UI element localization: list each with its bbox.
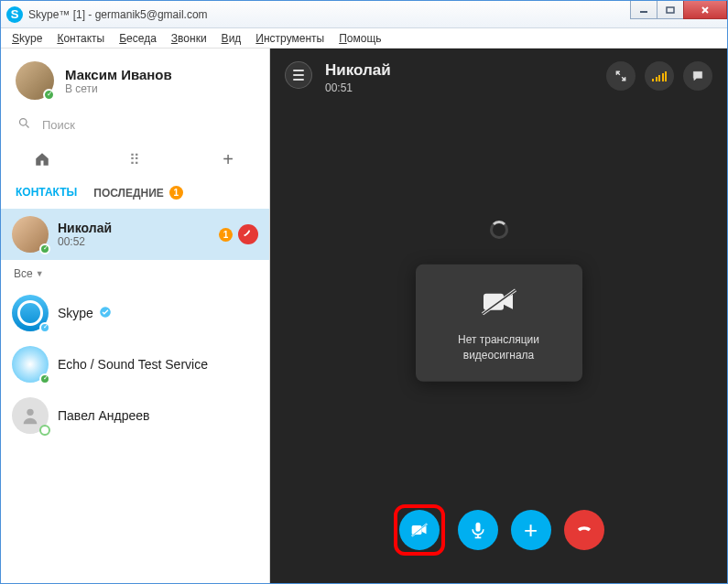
plus-icon: + <box>524 518 538 542</box>
menu-view[interactable]: Вид <box>216 30 247 47</box>
signal-strength-button[interactable] <box>645 61 674 91</box>
tab-recent-label: ПОСЛЕДНИЕ <box>93 187 164 200</box>
titlebar: S Skype™ [1] - germanik5@gmail.com <box>1 1 727 28</box>
signal-bars-icon <box>652 70 667 81</box>
window-title: Skype™ [1] - germanik5@gmail.com <box>28 8 208 21</box>
camera-toggle-highlight <box>394 504 445 556</box>
menu-calls[interactable]: Звонки <box>166 30 212 47</box>
camera-off-icon <box>425 288 573 319</box>
recent-badge: 1 <box>169 186 183 200</box>
hangup-mini-button[interactable] <box>238 224 258 244</box>
avatar <box>12 295 49 331</box>
call-peer-name: Николай <box>325 61 391 80</box>
avatar <box>12 346 49 383</box>
add-icon[interactable]: + <box>220 151 236 168</box>
searchbar[interactable] <box>1 109 269 146</box>
skype-logo-icon: S <box>6 6 23 23</box>
call-pane: Николай 00:51 <box>270 49 727 583</box>
menu-skype[interactable]: Skype <box>6 30 48 47</box>
svg-rect-14 <box>475 523 480 532</box>
presence-idle-icon <box>39 425 50 436</box>
tab-recent[interactable]: ПОСЛЕДНИЕ 1 <box>93 186 183 200</box>
contact-call-time: 00:52 <box>58 235 112 248</box>
camera-toggle-button[interactable] <box>399 510 440 550</box>
contact-name: Николай <box>58 221 112 235</box>
avatar <box>12 216 49 253</box>
minimize-button[interactable] <box>630 1 657 19</box>
end-call-button[interactable] <box>564 510 604 550</box>
filter-dropdown[interactable]: Все ▼ <box>1 260 269 287</box>
avatar <box>12 397 49 434</box>
no-video-panel: Нет трансляции видеосигнала <box>416 265 582 382</box>
search-input[interactable] <box>40 117 253 133</box>
presence-online-icon <box>43 89 55 101</box>
verified-badge-icon <box>99 306 112 321</box>
svg-line-5 <box>26 124 28 127</box>
menu-contacts[interactable]: Контакты <box>51 30 110 47</box>
filter-label: Все <box>14 267 33 280</box>
maximize-button[interactable] <box>657 1 684 19</box>
add-participant-button[interactable]: + <box>511 510 551 550</box>
loading-spinner-icon <box>490 221 508 239</box>
nav-icons: ⠿ + <box>1 146 269 178</box>
presence-online-icon <box>39 243 50 254</box>
contact-row[interactable]: Echo / Sound Test Service <box>1 339 269 390</box>
menu-help[interactable]: Помощь <box>333 30 386 47</box>
menubar: Skype Контакты Беседа Звонки Вид Инструм… <box>1 28 727 49</box>
call-controls: + <box>394 504 604 556</box>
no-video-text: Нет трансляции видеосигнала <box>425 332 573 363</box>
sidebar-tabs: КОНТАКТЫ ПОСЛЕДНИЕ 1 <box>1 178 269 209</box>
dialpad-icon[interactable]: ⠿ <box>127 151 144 168</box>
contact-name: Skype <box>58 306 93 320</box>
contact-row-active[interactable]: Николай 00:52 1 <box>1 209 269 260</box>
menu-tools[interactable]: Инструменты <box>250 30 330 47</box>
profile-name: Максим Иванов <box>65 67 172 82</box>
avatar <box>16 61 54 100</box>
svg-point-4 <box>20 119 27 126</box>
contact-name: Павел Андреев <box>58 408 150 423</box>
menu-conversation[interactable]: Беседа <box>114 30 162 47</box>
tab-contacts[interactable]: КОНТАКТЫ <box>16 186 77 200</box>
fullscreen-button[interactable] <box>606 61 636 91</box>
sidebar: Максим Иванов В сети ⠿ + КОНТАКТЫ ПОСЛЕД… <box>1 49 270 583</box>
contact-row[interactable]: Skype <box>1 287 269 339</box>
profile-status: В сети <box>65 82 172 95</box>
presence-verified-icon <box>39 322 50 333</box>
call-header: Николай 00:51 <box>270 49 727 107</box>
presence-online-icon <box>39 373 50 384</box>
svg-point-7 <box>27 409 33 416</box>
mic-toggle-button[interactable] <box>458 510 498 550</box>
unread-badge: 1 <box>219 228 233 242</box>
window-controls <box>631 1 727 19</box>
close-button[interactable] <box>683 1 727 19</box>
chevron-down-icon: ▼ <box>36 269 44 278</box>
chat-button[interactable] <box>683 61 712 91</box>
home-icon[interactable] <box>34 151 50 168</box>
call-menu-button[interactable] <box>285 61 312 89</box>
search-icon <box>17 116 31 133</box>
contact-row[interactable]: Павел Андреев <box>1 390 269 441</box>
contact-name: Echo / Sound Test Service <box>58 357 208 372</box>
call-timer: 00:51 <box>325 81 391 94</box>
profile-header[interactable]: Максим Иванов В сети <box>1 49 269 109</box>
svg-rect-1 <box>667 7 674 13</box>
